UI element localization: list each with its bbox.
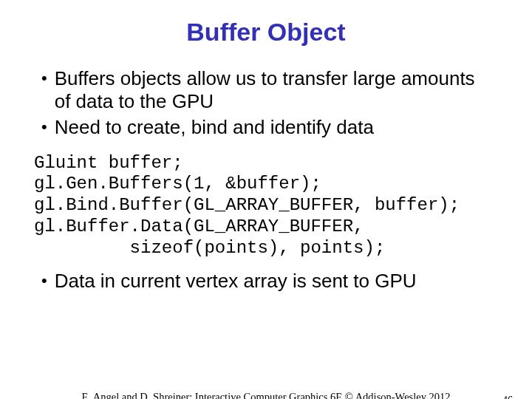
bullet-dot-icon: • [41,69,47,88]
bullet-text: Buffers objects allow us to transfer lar… [55,67,495,113]
bullet-item: • Buffers objects allow us to transfer l… [41,67,495,113]
slide: Buffer Object • Buffers objects allow us… [0,18,532,399]
slide-title: Buffer Object [0,18,532,47]
bullet-item: • Need to create, bind and identify data [41,116,495,139]
bullet-dot-icon: • [41,117,47,137]
bullet-text: Data in current vertex array is sent to … [55,270,495,293]
bullets-top: • Buffers objects allow us to transfer l… [41,67,495,140]
page-number: 46 [502,395,513,399]
bullets-bottom: • Data in current vertex array is sent t… [41,270,495,293]
bullet-text: Need to create, bind and identify data [55,116,495,139]
code-block: Gluint buffer; gl.Gen.Buffers(1, &buffer… [34,153,498,259]
bullet-dot-icon: • [41,271,47,290]
footer-text: E. Angel and D. Shreiner: Interactive Co… [0,391,532,399]
bullet-item: • Data in current vertex array is sent t… [41,270,495,293]
